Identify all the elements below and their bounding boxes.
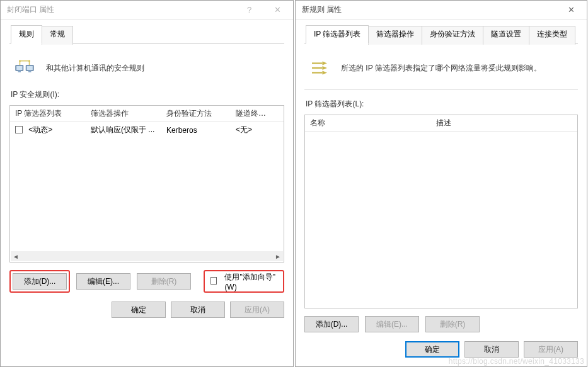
info-row: 所选的 IP 筛选器列表指定了哪个网络流量将受此规则影响。 (304, 53, 578, 89)
ok-button[interactable]: 确定 (112, 302, 166, 318)
scroll-left-icon[interactable]: ◄ (11, 251, 21, 261)
info-row: 和其他计算机通讯的安全规则 (9, 53, 284, 89)
svg-marker-14 (323, 66, 328, 70)
tab-general[interactable]: 常规 (42, 26, 73, 45)
cell-filter-text: <动态> (28, 125, 52, 134)
add-button[interactable]: 添加(D)... (13, 273, 67, 290)
cell-tunnel: <无> (231, 122, 275, 138)
close-icon[interactable]: ✕ (557, 1, 585, 19)
scroll-right-icon[interactable]: ► (273, 251, 283, 261)
tab-ip-filter-list[interactable]: IP 筛选器列表 (306, 25, 369, 44)
use-wizard-checkbox-row[interactable]: 使用"添加向导"(W) (207, 273, 281, 290)
titlebar: 新规则 属性 ✕ (296, 1, 587, 20)
section-label: IP 安全规则(I): (9, 89, 284, 100)
tab-connection-type[interactable]: 连接类型 (529, 26, 575, 45)
tab-filter-action[interactable]: 筛选器操作 (368, 26, 422, 45)
dialog-close-port-properties: 封闭端口 属性 ? ✕ 规则 常规 (0, 0, 294, 367)
filter-list-buttons-row: 添加(D)... 编辑(E)... 删除(R) (304, 316, 578, 332)
cell-filter: <动态> (10, 122, 86, 138)
cell-auth: Kerberos (161, 123, 231, 137)
list-header: 名称 描述 (305, 115, 577, 132)
svg-point-3 (19, 60, 21, 62)
delete-button: 删除(R) (425, 316, 480, 332)
rule-buttons-row: 添加(D)... 编辑(E)... 删除(R) 使用"添加向导"(W) (9, 270, 284, 293)
wizard-label: 使用"添加向导"(W) (224, 272, 277, 291)
svg-marker-12 (323, 62, 328, 65)
cancel-button[interactable]: 取消 (464, 341, 519, 358)
tab-auth-method[interactable]: 身份验证方法 (422, 26, 483, 45)
dialog-body: IP 筛选器列表 筛选器操作 身份验证方法 隧道设置 连接类型 所选的 IP 筛… (296, 20, 587, 366)
ip-security-rules-list[interactable]: IP 筛选器列表 筛选器操作 身份验证方法 隧道终结点 <动态> 默认响应(仅限… (9, 105, 284, 263)
highlight-add: 添加(D)... (9, 270, 70, 293)
svg-point-4 (28, 60, 30, 62)
footer-buttons: 确定 取消 应用(A) (9, 302, 284, 318)
col-ip-filter-list[interactable]: IP 筛选器列表 (10, 106, 86, 121)
window-controls: ? ✕ (235, 1, 292, 19)
ip-filter-lists-list[interactable]: 名称 描述 (304, 115, 578, 308)
dialog-body: 规则 常规 和其他计算机通讯的安全规则 (1, 20, 293, 366)
svg-rect-6 (16, 66, 22, 70)
tab-rules[interactable]: 规则 (11, 25, 42, 44)
close-icon[interactable]: ✕ (263, 1, 292, 19)
svg-rect-10 (28, 71, 32, 72)
apply-button: 应用(A) (230, 302, 284, 318)
network-computers-icon (13, 58, 36, 78)
svg-rect-9 (27, 66, 33, 70)
window-title: 新规则 属性 (302, 4, 342, 15)
col-filter-action[interactable]: 筛选器操作 (86, 106, 161, 121)
tab-strip: IP 筛选器列表 筛选器操作 身份验证方法 隧道设置 连接类型 (304, 25, 578, 44)
col-description[interactable]: 描述 (431, 115, 577, 131)
tab-tunnel-settings[interactable]: 隧道设置 (483, 26, 529, 45)
col-tunnel-endpoint[interactable]: 隧道终结点 (231, 106, 275, 121)
filter-list-icon (308, 58, 331, 78)
tab-strip: 规则 常规 (9, 25, 284, 44)
footer-buttons: 确定 取消 应用(A) (304, 341, 578, 358)
edit-button: 编辑(E)... (365, 316, 419, 332)
list-row[interactable]: <动态> 默认响应(仅限于 ... Kerberos <无> (10, 122, 284, 138)
col-name[interactable]: 名称 (305, 115, 431, 131)
list-header: IP 筛选器列表 筛选器操作 身份验证方法 隧道终结点 (10, 106, 284, 122)
cancel-button[interactable]: 取消 (171, 302, 225, 318)
add-button[interactable]: 添加(D)... (304, 316, 359, 332)
ok-button[interactable]: 确定 (405, 341, 459, 358)
window-controls: ✕ (557, 1, 585, 19)
col-auth-method[interactable]: 身份验证方法 (161, 106, 231, 121)
horizontal-scrollbar[interactable]: ◄ ► (11, 251, 283, 261)
help-icon[interactable]: ? (235, 1, 263, 19)
highlight-wizard: 使用"添加向导"(W) (204, 270, 284, 293)
info-text: 所选的 IP 筛选器列表指定了哪个网络流量将受此规则影响。 (341, 63, 541, 74)
delete-button: 删除(R) (137, 273, 191, 290)
wizard-checkbox[interactable] (210, 277, 217, 285)
titlebar: 封闭端口 属性 ? ✕ (1, 1, 293, 20)
info-text: 和其他计算机通讯的安全规则 (46, 63, 144, 74)
apply-button: 应用(A) (524, 341, 578, 358)
divider (304, 89, 578, 90)
cell-action: 默认响应(仅限于 ... (86, 122, 161, 138)
row-checkbox[interactable] (15, 126, 23, 133)
section-label: IP 筛选器列表(L): (304, 99, 578, 110)
svg-rect-7 (18, 71, 21, 72)
edit-button[interactable]: 编辑(E)... (76, 273, 130, 290)
dialog-new-rule-properties: 新规则 属性 ✕ IP 筛选器列表 筛选器操作 身份验证方法 隧道设置 连接类型 (295, 0, 587, 367)
window-title: 封闭端口 属性 (7, 4, 54, 15)
svg-marker-16 (323, 71, 328, 75)
